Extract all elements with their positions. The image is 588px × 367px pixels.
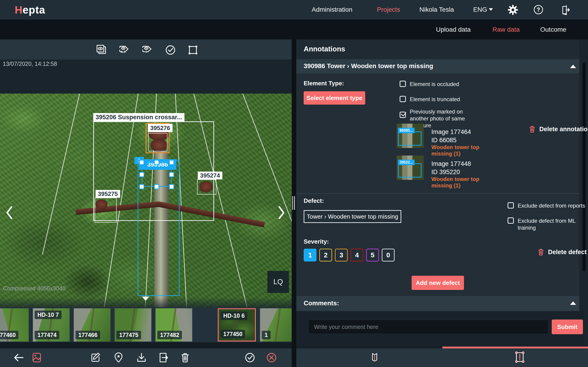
annotation-label-395276[interactable]: 395276 <box>148 124 173 132</box>
add-new-defect-button[interactable]: Add new defect <box>412 276 464 290</box>
defect-alert-icon[interactable] <box>515 351 525 363</box>
element-truncated-checkbox[interactable] <box>400 96 406 102</box>
back-arrow-icon[interactable] <box>13 352 24 363</box>
delete-defect-label: Delete defect <box>548 249 587 256</box>
thumbnail-id-badge: 177460 <box>0 331 18 339</box>
section-divider <box>296 193 579 194</box>
severity-button-1[interactable]: 1 <box>304 249 317 261</box>
annotation-box-395275[interactable] <box>95 198 117 223</box>
delete-annotation-button[interactable]: Delete annotation <box>528 125 588 133</box>
selection-rect-390986[interactable] <box>142 162 172 187</box>
annotation-section-header[interactable]: 390986 Tower › Wooden tower top missing <box>296 59 579 73</box>
move-to-icon[interactable] <box>158 352 169 363</box>
severity-button-2[interactable]: 2 <box>319 249 332 261</box>
severity-button-4[interactable]: 4 <box>351 249 363 261</box>
exclude-reports-label: Exclude defect from reports <box>518 202 585 209</box>
next-image-chevron[interactable] <box>277 206 286 219</box>
delete-defect-button[interactable]: Delete defect <box>537 248 587 257</box>
defect-value-box[interactable]: Tower › Wooden tower top missing <box>304 210 401 223</box>
app-logo[interactable]: Hepta <box>15 4 45 16</box>
comments-body: Submit <box>296 311 584 347</box>
comments-section-header[interactable]: Comments: <box>296 296 579 311</box>
element-occluded-checkbox[interactable] <box>400 81 406 87</box>
element-truncated-label: Element is truncated <box>410 96 460 103</box>
resize-handle-nw[interactable] <box>139 160 144 165</box>
collapse-annotation-icon[interactable] <box>570 65 576 68</box>
linked-image-defect-link[interactable]: Wooden tower top missing (1) <box>431 176 491 189</box>
resize-handle-n[interactable] <box>154 160 159 165</box>
show-all-labels-icon[interactable]: ALL <box>119 44 130 56</box>
bounding-box-tool-icon[interactable] <box>187 44 199 56</box>
thumbnail-177460[interactable]: 177460 <box>0 308 29 342</box>
panel-resize-handle[interactable] <box>292 196 296 210</box>
show-zero-labels-icon[interactable]: 0 <box>141 44 153 56</box>
nav-user[interactable]: Nikola Tesla <box>419 6 454 13</box>
top-nav-bar: Hepta Administration Projects Nikola Tes… <box>0 0 588 19</box>
image-view-icon[interactable] <box>31 352 42 363</box>
viewer-toolbar: ALL 0 <box>0 40 292 60</box>
severity-label: Severity: <box>304 238 329 245</box>
nav-projects[interactable]: Projects <box>377 6 400 13</box>
download-icon[interactable] <box>136 352 147 363</box>
thumbnail-id-badge: 1 <box>262 331 271 339</box>
map-view-icon[interactable] <box>369 352 380 363</box>
select-element-type-button[interactable]: Select element type <box>304 91 365 105</box>
linked-image-id: ID 395220 <box>431 169 460 176</box>
annotation-box-395274[interactable] <box>197 179 216 194</box>
linked-image-thumb-177448[interactable]: 39522... <box>397 156 424 180</box>
thumbnail-177466[interactable]: 177466 <box>74 308 111 342</box>
thumbnail-177474[interactable]: HD-10 7 177474 <box>33 308 69 342</box>
comment-input[interactable] <box>308 320 548 334</box>
element-occluded-label: Element is occluded <box>410 81 459 88</box>
resize-handle-e[interactable] <box>169 172 174 177</box>
thumbnail-id-badge: 177482 <box>157 331 182 339</box>
resize-handle-s[interactable] <box>154 184 159 189</box>
severity-button-3[interactable]: 3 <box>335 249 348 261</box>
tab-upload-data[interactable]: Upload data <box>436 26 471 33</box>
logout-icon[interactable] <box>560 5 571 15</box>
thumbnail-177450[interactable]: HD-10 6 177450 <box>218 308 256 342</box>
nav-administration[interactable]: Administration <box>312 6 352 13</box>
chevron-down-icon[interactable] <box>489 8 493 11</box>
annotation-label-395275[interactable]: 395275 <box>95 190 120 198</box>
resize-handle-ne[interactable] <box>169 160 174 165</box>
previously-marked-checkbox[interactable] <box>400 112 406 118</box>
settings-gear-icon[interactable] <box>508 5 518 15</box>
confirm-check-circle-icon[interactable] <box>244 352 255 363</box>
linked-image-thumb-177464[interactable]: 66085... <box>397 124 424 148</box>
thumbnail-next-partial[interactable]: 1 <box>260 308 292 342</box>
thumbnail-177482[interactable]: 177482 <box>156 308 192 342</box>
linked-image-defect-link[interactable]: Wooden tower top missing (1) <box>431 144 491 157</box>
location-pin-icon[interactable] <box>113 352 124 363</box>
annotation-label-395206[interactable]: 395206 Suspension crossar... <box>93 113 184 121</box>
tab-raw-data[interactable]: Raw data <box>493 26 519 33</box>
tab-outcome[interactable]: Outcome <box>540 26 566 33</box>
annotation-label-395274[interactable]: 395274 <box>198 172 222 179</box>
help-icon[interactable]: ? <box>534 5 543 14</box>
severity-button-0[interactable]: 0 <box>382 249 395 261</box>
panel-scrollbar-thumb[interactable] <box>582 62 586 271</box>
preview-layers-eye-icon[interactable] <box>96 44 107 56</box>
thumbnail-id-badge: 177466 <box>76 331 100 339</box>
collapse-comments-icon[interactable] <box>570 301 576 305</box>
thumbnail-177475[interactable]: 177475 <box>115 308 151 342</box>
resize-handle-sw[interactable] <box>139 184 144 189</box>
language-selector[interactable]: ENG <box>473 6 487 13</box>
thumbnail-strip-collapse-icon[interactable] <box>142 297 149 301</box>
delete-image-trash-icon[interactable] <box>180 352 191 363</box>
previous-image-chevron[interactable] <box>5 206 13 219</box>
submit-comment-button[interactable]: Submit <box>552 319 583 334</box>
exclude-reports-checkbox[interactable] <box>508 202 514 209</box>
panel-title-bar: Annotations <box>296 40 579 59</box>
resize-handle-se[interactable] <box>169 184 174 189</box>
photo-timestamp: 13/07/2020, 14:12:58 <box>3 60 57 67</box>
resize-handle-w[interactable] <box>139 172 144 177</box>
severity-button-5[interactable]: 5 <box>366 249 379 261</box>
edit-annotation-icon[interactable] <box>90 352 101 363</box>
reject-x-circle-icon[interactable] <box>266 352 277 363</box>
low-quality-toggle[interactable]: LQ <box>267 271 289 293</box>
exclude-ml-checkbox[interactable] <box>508 217 514 224</box>
approve-check-icon[interactable] <box>165 44 176 56</box>
inspection-photo[interactable]: 395206 Suspension crossar... 395276 3 39… <box>0 94 292 307</box>
thumbnail-strip: 177460 HD-10 7 177474 177466 177475 1774… <box>0 307 292 342</box>
